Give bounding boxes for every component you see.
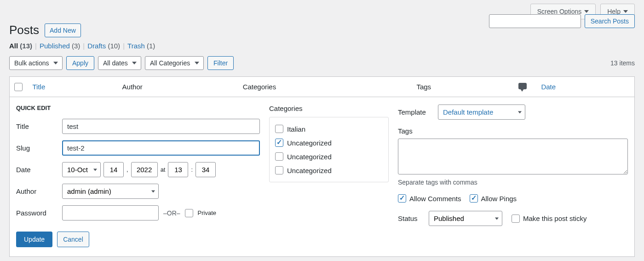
categories-box: Italian Uncategorized Uncategorized: [269, 117, 389, 182]
template-label: Template: [398, 108, 432, 116]
filter-published[interactable]: Published (3): [40, 42, 80, 50]
add-new-button[interactable]: Add New: [45, 23, 81, 37]
hour-input[interactable]: [168, 162, 188, 177]
sticky-checkbox[interactable]: [512, 215, 520, 223]
bulk-actions-select[interactable]: Bulk actions: [9, 56, 63, 70]
or-label: –OR–: [163, 209, 180, 217]
status-select[interactable]: Published: [429, 211, 502, 226]
categories-heading: Categories: [269, 104, 389, 112]
allow-comments-label: Allow Comments: [409, 195, 461, 203]
filter-all[interactable]: All (13): [9, 42, 32, 50]
day-input[interactable]: [104, 162, 124, 177]
allow-pings-label: Allow Pings: [481, 195, 517, 203]
category-item: Uncategorized: [275, 136, 383, 150]
category-label: Uncategorized: [287, 153, 332, 161]
cancel-button[interactable]: Cancel: [57, 232, 89, 247]
column-date[interactable]: Date: [541, 83, 556, 91]
minute-input[interactable]: [196, 162, 216, 177]
template-select[interactable]: Default template: [438, 104, 525, 120]
category-item: Italian: [275, 122, 383, 136]
title-label: Title: [16, 122, 58, 130]
year-input[interactable]: [131, 162, 158, 177]
caret-down-icon: [584, 10, 589, 13]
category-label: Uncategorized: [287, 139, 332, 147]
tags-label: Tags: [398, 127, 432, 135]
colon: :: [191, 166, 193, 173]
column-title[interactable]: Title: [33, 83, 46, 91]
category-checkbox[interactable]: [275, 152, 283, 161]
category-label: Uncategorized: [287, 167, 332, 174]
comma: ,: [126, 166, 128, 173]
page-title: Posts: [9, 23, 39, 37]
search-posts-input[interactable]: [489, 14, 581, 28]
tags-textarea[interactable]: [398, 139, 628, 174]
slug-input[interactable]: [62, 140, 260, 156]
category-checkbox[interactable]: [275, 166, 283, 174]
at-label: at: [161, 166, 166, 173]
slug-label: Slug: [16, 144, 58, 152]
allow-comments-checkbox[interactable]: [398, 194, 406, 203]
author-label: Author: [16, 187, 58, 195]
filter-drafts[interactable]: Drafts (10): [87, 42, 120, 50]
category-checkbox[interactable]: [275, 139, 283, 147]
password-label: Password: [16, 209, 58, 217]
category-label: Italian: [287, 125, 305, 133]
month-select[interactable]: 10-Oct: [62, 162, 101, 177]
search-posts-button[interactable]: Search Posts: [585, 14, 635, 28]
post-status-filters: All (13) | Published (3) | Drafts (10) |…: [9, 42, 635, 50]
filter-button[interactable]: Filter: [207, 56, 234, 70]
allow-pings-checkbox[interactable]: [470, 194, 478, 203]
apply-button[interactable]: Apply: [66, 56, 94, 70]
select-all-checkbox[interactable]: [14, 83, 23, 91]
private-label: Private: [198, 209, 216, 216]
category-filter-select[interactable]: All Categories: [145, 56, 204, 70]
posts-table: Title Author Categories Tags Date Quick …: [9, 76, 635, 257]
category-item: Uncategorized: [275, 150, 383, 163]
quick-edit-heading: Quick Edit: [16, 104, 260, 111]
category-checkbox[interactable]: [275, 125, 283, 133]
sticky-label: Make this post sticky: [523, 215, 586, 222]
comment-icon: [518, 83, 527, 89]
caret-down-icon: [623, 10, 628, 13]
status-label: Status: [398, 215, 423, 222]
filter-trash[interactable]: Trash (1): [127, 42, 155, 50]
tags-hint: Separate tags with commas: [398, 179, 628, 186]
items-count: 13 items: [610, 59, 635, 67]
private-checkbox[interactable]: [185, 209, 193, 217]
title-input[interactable]: [62, 119, 260, 134]
password-input[interactable]: [62, 205, 159, 220]
quick-edit-row: Quick Edit Title Slug Date 10-Oc: [10, 97, 635, 257]
category-item: Uncategorized: [275, 163, 383, 177]
column-tags: Tags: [412, 77, 509, 97]
author-select[interactable]: admin (admin): [62, 184, 159, 199]
update-button[interactable]: Update: [16, 232, 52, 247]
column-categories: Categories: [238, 77, 412, 97]
column-author: Author: [118, 77, 238, 97]
date-filter-select[interactable]: All dates: [98, 56, 141, 70]
date-label: Date: [16, 166, 58, 174]
